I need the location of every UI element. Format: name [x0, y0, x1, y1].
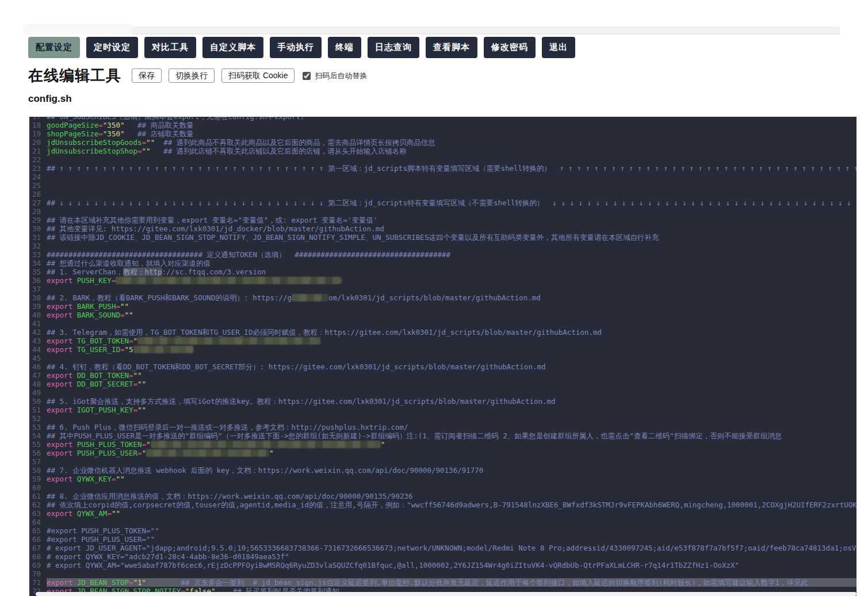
code-line[interactable]: 56export PUSH_PLUS_USER=""	[29, 449, 856, 457]
code-line[interactable]: 32	[29, 242, 856, 250]
scan-cookie-button[interactable]: 扫码获取 Cookie	[221, 68, 295, 83]
code-line[interactable]: 60	[29, 483, 856, 492]
line-number: 21	[29, 147, 47, 155]
line-code: ## 5. iGot聚合推送，支持多方式推送，填写iGot的推送key。教程：h…	[47, 397, 856, 406]
line-code: shopPageSize="350" ## 店铺取关数量	[47, 129, 856, 138]
code-line[interactable]: 58## 7. 企业微信机器人消息推送 webhook 后面的 key，文档：h…	[29, 466, 856, 475]
line-code: ## ↓ ↓ ↓ ↓ ↓ ↓ ↓ ↓ ↓ ↓ ↓ ↓ ↓ ↓ ↓ ↓ ↓ ↓ ↓…	[47, 198, 856, 207]
code-line[interactable]: 66#export PUSH_PLUS_USER=""	[29, 535, 856, 544]
nav-tab-定时设定[interactable]: 定时设定	[86, 37, 138, 58]
code-line[interactable]: 55export PUSH_PLUS_TOKEN=""	[29, 440, 856, 449]
code-line[interactable]: 38## 2. BARK，教程（看BARK_PUSH和BARK_SOUND的说明…	[29, 293, 856, 302]
nav-tab-修改密码[interactable]: 修改密码	[484, 37, 536, 58]
code-line[interactable]: 42## 3. Telegram，如需使用，TG_BOT_TOKEN和TG_US…	[29, 328, 856, 337]
code-line[interactable]: 62## 依次填上corpid的值,corpsecret的值,touser的值,…	[29, 501, 856, 509]
redacted-value	[137, 337, 320, 345]
line-code: ## UN_SUBSCRIBES（选填）由脚本会export，无需在config…	[47, 117, 856, 121]
nav-tab-查看脚本[interactable]: 查看脚本	[426, 37, 477, 58]
code-line[interactable]: 44export TG_USER_ID="5	[29, 345, 856, 354]
code-line[interactable]: 29## 请在本区域补充其他你需要用到变量，export 变量名="变量值"，或…	[29, 216, 856, 224]
line-number: 39	[29, 302, 47, 311]
code-editor[interactable]: 17## UN_SUBSCRIBES（选填）由脚本会export，无需在conf…	[29, 117, 856, 596]
line-number: 28	[29, 207, 47, 216]
code-line[interactable]: 20jdUnsubscribeStopGoods="" ## 遇到此商品不再取关…	[29, 138, 856, 147]
line-code: ## 1. ServerChan，教程：http://sc.ftqq.com/3…	[47, 268, 856, 276]
code-line[interactable]: 49	[29, 388, 856, 397]
save-button[interactable]: 保存	[132, 68, 162, 83]
auto-replace-checkbox[interactable]	[303, 72, 311, 80]
line-number: 67	[29, 544, 47, 552]
code-line[interactable]: 19shopPageSize="350" ## 店铺取关数量	[29, 129, 856, 138]
code-line[interactable]: 68# export QYWX_KEY="adcb27d1-28c4-4abb-…	[29, 552, 856, 561]
code-line[interactable]: 35## 1. ServerChan，教程：http://sc.ftqq.com…	[29, 268, 856, 276]
line-number: 48	[29, 380, 47, 388]
nav-tab-终端[interactable]: 终端	[328, 37, 361, 58]
code-line[interactable]: 46## 4. 钉钉，教程（看DD_BOT_TOKEN和DD_BOT_SECRE…	[29, 362, 856, 371]
code-line[interactable]: 70	[29, 570, 856, 578]
code-line[interactable]: 59export QYWX_KEY=""	[29, 475, 856, 483]
line-number: 71	[29, 578, 47, 587]
code-line[interactable]: 51export IGOT_PUSH_KEY=""	[29, 406, 856, 414]
code-line[interactable]: 25	[29, 181, 856, 190]
code-line[interactable]: 26	[29, 190, 856, 198]
line-code: ## 8. 企业微信应用消息推送的值，文档：https://work.weixi…	[47, 492, 856, 501]
code-line[interactable]: 34## 想通过什么渠道收取通知，就填入对应渠道的值	[29, 259, 856, 268]
auto-replace-label: 扫码后自动替换	[315, 71, 367, 81]
code-line[interactable]: 53## 6. Push Plus，微信扫码登录后一对一推送或一对多推送，参考文…	[29, 423, 856, 431]
toggle-wrap-button[interactable]: 切换换行	[169, 68, 215, 83]
line-number: 29	[29, 216, 47, 224]
code-line[interactable]: 33#################################### 定…	[29, 250, 856, 259]
code-line[interactable]: 40export BARK_SOUND=""	[29, 311, 856, 319]
horizontal-scrollbar[interactable]	[36, 592, 856, 596]
code-line[interactable]: 17## UN_SUBSCRIBES（选填）由脚本会export，无需在conf…	[29, 117, 856, 121]
code-line[interactable]: 36export PUSH_KEY=	[29, 276, 856, 285]
nav-tab-手动执行[interactable]: 手动执行	[270, 37, 322, 58]
code-line[interactable]: 37	[29, 285, 856, 293]
redacted-value	[146, 449, 269, 457]
code-line[interactable]: 18goodPageSize="350" ## 商品取关数量	[29, 121, 856, 129]
line-code: export QYWX_KEY=""	[47, 475, 856, 483]
code-line[interactable]: 21jdUnsubscribeStopShop="" ## 遇到此店铺不再取关此…	[29, 147, 856, 155]
nav-tab-配置设定[interactable]: 配置设定	[28, 37, 80, 58]
code-line[interactable]: 52	[29, 414, 856, 423]
code-line[interactable]: 57	[29, 457, 856, 466]
code-line[interactable]: 27## ↓ ↓ ↓ ↓ ↓ ↓ ↓ ↓ ↓ ↓ ↓ ↓ ↓ ↓ ↓ ↓ ↓ ↓…	[29, 198, 856, 207]
code-line[interactable]: 67# export JD_USER_AGENT="jdapp;android;…	[29, 544, 856, 552]
code-line[interactable]: 63export QYWX_AM=""	[29, 509, 856, 518]
code-line[interactable]: 69# export QYWX_AM="wwe5abaf787bf6cec6,r…	[29, 561, 856, 570]
nav-tab-退出[interactable]: 退出	[542, 37, 575, 58]
code-line[interactable]: 31## 该链接中除JD_COOKIE、JD_BEAN_SIGN_STOP_NO…	[29, 233, 856, 242]
code-line[interactable]: 61## 8. 企业微信应用消息推送的值，文档：https://work.wei…	[29, 492, 856, 501]
line-code: #export PUSH_PLUS_TOKEN=""	[47, 526, 856, 535]
line-number: 58	[29, 466, 47, 475]
code-line[interactable]: 50## 5. iGot聚合推送，支持多方式推送，填写iGot的推送key。教程…	[29, 397, 856, 406]
line-code: jdUnsubscribeStopShop="" ## 遇到此店铺不再取关此店铺…	[47, 147, 856, 155]
line-number: 53	[29, 423, 47, 431]
line-code: ## 3. Telegram，如需使用，TG_BOT_TOKEN和TG_USER…	[47, 328, 856, 337]
code-line[interactable]: 41	[29, 319, 856, 328]
code-line[interactable]: 54## 其中PUSH_PLUS_USER是一对多推送的"群组编码"（一对多推送…	[29, 431, 856, 440]
line-number: 41	[29, 319, 47, 328]
line-number: 50	[29, 397, 47, 406]
code-line[interactable]: 28	[29, 207, 856, 216]
code-line[interactable]: 48export DD_BOT_SECRET=""	[29, 380, 856, 388]
code-line[interactable]: 65#export PUSH_PLUS_TOKEN=""	[29, 526, 856, 535]
code-line[interactable]: 47export DD_BOT_TOKEN=""	[29, 371, 856, 380]
line-code	[47, 181, 856, 190]
code-line[interactable]: 39export BARK_PUSH=""	[29, 302, 856, 311]
auto-replace-option[interactable]: 扫码后自动替换	[303, 71, 367, 81]
line-number: 42	[29, 328, 47, 337]
nav-tab-自定义脚本[interactable]: 自定义脚本	[202, 37, 263, 58]
code-line[interactable]: 30## 其他变量详见: https://gitee.com/lxk0301/j…	[29, 224, 856, 233]
code-line[interactable]: 64	[29, 518, 856, 526]
code-line[interactable]: 71export JD_BEAN_STOP="1" ## 京东多合一签到 # j…	[29, 578, 856, 587]
code-line[interactable]: 22	[29, 155, 856, 164]
code-line[interactable]: 45	[29, 354, 856, 362]
nav-tab-日志查询[interactable]: 日志查询	[368, 37, 419, 58]
line-code	[47, 518, 856, 526]
code-line[interactable]: 43export TG_BOT_TOKEN="	[29, 337, 856, 345]
code-line[interactable]: 24	[29, 173, 856, 181]
code-line[interactable]: 23## ↑ ↑ ↑ ↑ ↑ ↑ ↑ ↑ ↑ ↑ ↑ ↑ ↑ ↑ ↑ ↑ ↑ ↑…	[29, 164, 856, 173]
line-number: 51	[29, 406, 47, 414]
nav-tab-对比工具[interactable]: 对比工具	[144, 37, 196, 58]
